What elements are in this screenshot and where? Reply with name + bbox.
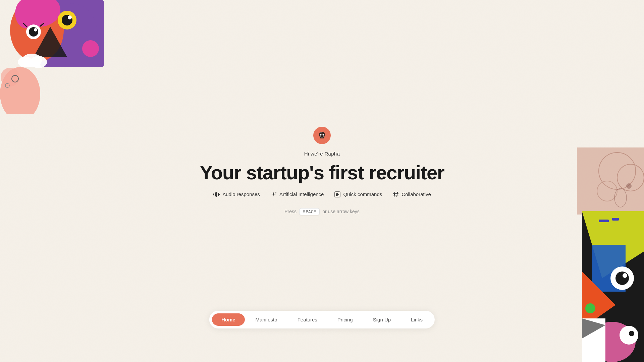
hash-icon — [393, 191, 399, 197]
svg-rect-46 — [215, 192, 216, 196]
svg-rect-49 — [219, 194, 220, 195]
svg-rect-47 — [216, 192, 217, 197]
feature-audio-label: Audio responses — [222, 191, 260, 197]
hint-press-text: Press — [284, 209, 297, 214]
space-key-badge: SPACE — [299, 208, 320, 215]
bottom-nav: Home Manifesto Features Pricing Sign Up … — [209, 311, 435, 328]
headline: Your startup's first recruiter — [200, 162, 444, 183]
nav-container: Home Manifesto Features Pricing Sign Up … — [209, 311, 435, 328]
feature-quick-label: Quick commands — [343, 191, 382, 197]
svg-point-43 — [320, 134, 321, 136]
nav-item-manifesto[interactable]: Manifesto — [246, 313, 287, 326]
features-row: Audio responses Artificial Intelligence — [213, 191, 431, 197]
nav-item-features[interactable]: Features — [288, 313, 327, 326]
keyboard-hint: Press SPACE or use arrow keys — [284, 208, 359, 215]
feature-collaborative-label: Collaborative — [401, 191, 431, 197]
hint-or-text: or use arrow keys — [322, 209, 359, 214]
svg-rect-45 — [213, 193, 214, 195]
main-content: Hi we're Rapha Your startup's first recr… — [0, 0, 644, 362]
feature-quick: Quick commands — [334, 191, 382, 197]
audio-bars-icon — [213, 191, 220, 197]
svg-rect-48 — [218, 193, 219, 196]
tagline: Hi we're Rapha — [304, 151, 340, 157]
svg-line-51 — [394, 192, 395, 197]
feature-collaborative: Collaborative — [393, 191, 431, 197]
nav-item-signup[interactable]: Sign Up — [364, 313, 400, 326]
feature-ai-label: Artificial Intelligence — [279, 191, 324, 197]
nav-item-home[interactable]: Home — [212, 313, 245, 326]
hero-section: Hi we're Rapha Your startup's first recr… — [200, 127, 444, 215]
svg-line-52 — [397, 192, 397, 197]
logo-icon — [313, 127, 331, 144]
nav-item-links[interactable]: Links — [401, 313, 432, 326]
command-icon — [334, 191, 340, 197]
nav-item-pricing[interactable]: Pricing — [328, 313, 362, 326]
feature-ai: Artificial Intelligence — [271, 191, 324, 197]
svg-point-44 — [322, 134, 324, 136]
sparkle-icon — [271, 191, 277, 197]
feature-audio: Audio responses — [213, 191, 260, 197]
